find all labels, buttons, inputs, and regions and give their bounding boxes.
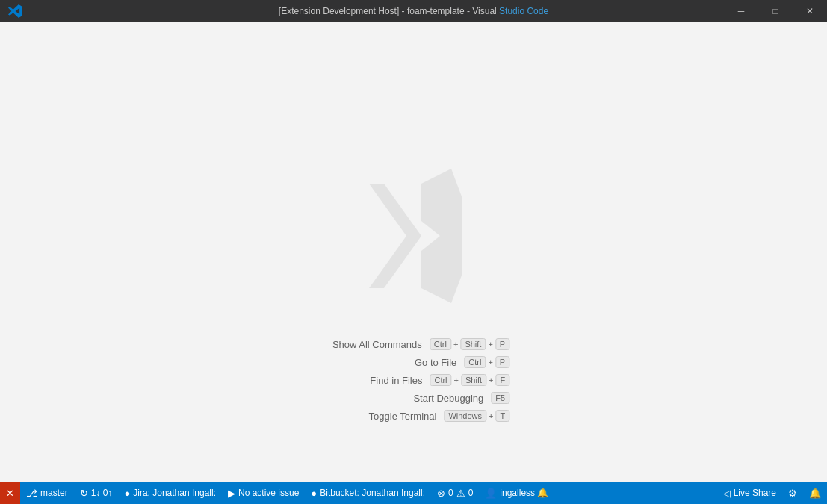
ext-host-icon: ✕ — [6, 488, 14, 499]
svg-marker-0 — [369, 184, 421, 288]
close-button[interactable]: ✕ — [793, 0, 827, 22]
git-branch-label: master — [40, 488, 68, 498]
command-start-debugging: Start Debugging F5 — [379, 392, 509, 404]
status-errors[interactable]: ⊗ 0 ⚠ 0 — [431, 482, 479, 504]
jira-label: Jira: Jonathan Ingall: — [133, 488, 216, 498]
command-go-to-file: Go to File Ctrl + P — [352, 356, 509, 368]
status-ext-host[interactable]: ✕ — [0, 482, 20, 504]
remote-icon: ⚙ — [788, 488, 797, 499]
command-show-all: Show All Commands Ctrl + Shift + P — [318, 338, 509, 350]
window-title: [Extension Development Host] - foam-temp… — [279, 6, 548, 16]
cmd-label-4: Toggle Terminal — [332, 411, 436, 422]
command-find-in-files: Find in Files Ctrl + Shift + F — [318, 374, 509, 386]
commands-area: Show All Commands Ctrl + Shift + P Go to… — [318, 338, 509, 422]
active-issue-label: No active issue — [238, 488, 299, 498]
cmd-keys-3: F5 — [491, 392, 509, 404]
command-toggle-terminal: Toggle Terminal Windows + T — [332, 410, 509, 422]
jira-icon: ● — [124, 488, 130, 499]
error-count: 0 — [448, 488, 453, 498]
cmd-keys-4: Windows + T — [444, 410, 509, 422]
git-sync-icon: ↻ — [80, 488, 88, 499]
warning-icon: ⚠ — [456, 488, 465, 499]
status-user[interactable]: 👤 ingalless 🔔 — [479, 482, 554, 504]
main-content: Show All Commands Ctrl + Shift + P Go to… — [0, 22, 827, 482]
vscode-logo-icon — [7, 4, 22, 19]
cmd-keys-1: Ctrl + P — [464, 356, 509, 368]
active-issue-icon: ▶ — [228, 488, 235, 499]
user-label: ingalless 🔔 — [500, 488, 548, 498]
cmd-keys-2: Ctrl + Shift + F — [430, 374, 509, 386]
status-bitbucket[interactable]: ● Bitbucket: Jonathan Ingall: — [305, 482, 431, 504]
warning-count: 0 — [468, 488, 474, 498]
maximize-button[interactable]: □ — [758, 0, 793, 22]
status-active-issue[interactable]: ▶ No active issue — [222, 482, 305, 504]
status-git-sync[interactable]: ↻ 1↓ 0↑ — [74, 482, 119, 504]
title-bar: [Extension Development Host] - foam-temp… — [0, 0, 827, 22]
status-bar: ✕ ⎇ master ↻ 1↓ 0↑ ● Jira: Jonathan Inga… — [0, 482, 827, 504]
bell-icon: 🔔 — [809, 488, 821, 499]
minimize-button[interactable]: ─ — [724, 0, 758, 22]
status-bar-right: ◁ Live Share ⚙ 🔔 — [717, 482, 827, 504]
cmd-label-0: Show All Commands — [318, 339, 422, 350]
bitbucket-icon: ● — [311, 488, 317, 499]
error-icon: ⊗ — [437, 488, 445, 499]
status-live-share[interactable]: ◁ Live Share — [717, 482, 782, 504]
git-branch-icon: ⎇ — [26, 488, 37, 499]
bitbucket-label: Bitbucket: Jonathan Ingall: — [320, 488, 425, 498]
watermark-logo — [339, 161, 489, 314]
live-share-icon: ◁ — [723, 488, 731, 499]
cmd-label-2: Find in Files — [318, 375, 422, 386]
status-git-branch[interactable]: ⎇ master — [20, 482, 74, 504]
status-bell[interactable]: 🔔 — [803, 482, 827, 504]
window-controls: ─ □ ✕ — [724, 0, 827, 22]
status-remote[interactable]: ⚙ — [782, 482, 803, 504]
live-share-label: Live Share — [734, 488, 776, 498]
status-jira[interactable]: ● Jira: Jonathan Ingall: — [118, 482, 222, 504]
git-sync-label: 1↓ 0↑ — [91, 488, 113, 498]
cmd-keys-0: Ctrl + Shift + P — [430, 338, 509, 350]
cmd-label-1: Go to File — [352, 357, 456, 368]
user-icon: 👤 — [485, 488, 497, 499]
cmd-label-3: Start Debugging — [379, 393, 483, 404]
